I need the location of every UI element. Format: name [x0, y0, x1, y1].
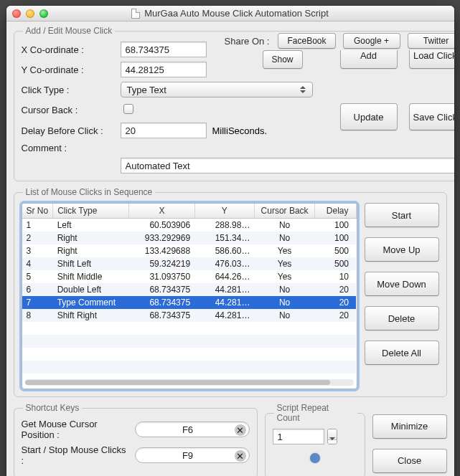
get-pos-field[interactable]: F6 ✕ — [135, 422, 250, 437]
col-x[interactable]: X — [129, 204, 194, 219]
table-row[interactable]: 5Shift Middle31.093750644.26…Yes10 — [22, 270, 357, 283]
traffic-lights — [6, 9, 48, 18]
delay-input[interactable] — [121, 123, 207, 138]
twitter-button[interactable]: Twitter — [408, 33, 454, 49]
close-button[interactable]: Close — [372, 449, 447, 473]
click-type-select[interactable]: Type Text — [121, 82, 313, 97]
clear-icon[interactable]: ✕ — [235, 450, 246, 462]
col-y[interactable]: Y — [194, 204, 254, 219]
move-down-button[interactable]: Move Down — [365, 272, 439, 296]
table-row[interactable]: 1Left60.503906288.98…No100 — [22, 219, 357, 232]
table-row[interactable] — [22, 322, 357, 335]
delete-all-button[interactable]: Delete All — [365, 341, 439, 365]
col-click-type[interactable]: Click Type — [53, 204, 129, 219]
shortcut-keys-legend: Shortcut Keys — [23, 403, 83, 413]
shortcut-keys-group: Shortcut Keys Get Mouse Cursor Position … — [14, 403, 258, 476]
repeat-count-group: Script Repeat Count — [265, 403, 365, 476]
show-button[interactable]: Show — [263, 50, 303, 69]
scroll-thumb[interactable] — [25, 380, 331, 385]
delete-button[interactable]: Delete — [365, 306, 439, 330]
table-row[interactable]: 8Shift Right68.73437544.281…No20 — [22, 309, 357, 322]
click-list-table[interactable]: Sr No Click Type X Y Cursor Back Delay 1… — [22, 203, 357, 389]
y-label: Y Co-ordinate : — [22, 65, 115, 75]
window-title: MurGaa Auto Mouse Click Automation Scrip… — [144, 8, 329, 19]
click-type-value: Type Text — [127, 85, 166, 95]
minimize-icon[interactable] — [26, 9, 34, 18]
y-input[interactable] — [121, 62, 207, 77]
share-label: Share On : — [225, 36, 270, 47]
delay-unit: MilliSeconds. — [212, 125, 268, 136]
comment-input[interactable] — [121, 158, 454, 173]
status-dot-icon — [310, 453, 320, 463]
cursor-back-checkbox[interactable] — [123, 104, 133, 114]
edit-click-legend: Add / Edit Mouse Click — [23, 26, 116, 36]
google-plus-button[interactable]: Google + — [343, 33, 400, 49]
table-row[interactable]: 3Right133.429688586.60…Yes500 — [22, 244, 357, 257]
col-delay[interactable]: Delay — [315, 204, 356, 219]
facebook-button[interactable]: FaceBook — [278, 33, 335, 49]
minimize-button[interactable]: Minimize — [372, 414, 447, 439]
table-row[interactable]: 2Right933.292969151.34…No100 — [22, 232, 357, 244]
delay-label: Delay Before Click : — [22, 125, 115, 136]
start-stop-field[interactable]: F9 ✕ — [135, 447, 250, 463]
start-stop-value: F9 — [144, 450, 232, 461]
comment-label: Comment : — [22, 143, 115, 153]
chevron-updown-icon — [298, 82, 308, 97]
x-label: X Co-ordinate : — [22, 44, 115, 55]
titlebar[interactable]: MurGaa Auto Mouse Click Automation Scrip… — [6, 6, 454, 22]
table-row[interactable]: 4Shift Left59.324219476.03…Yes500 — [22, 257, 357, 270]
stepper-arrows[interactable] — [327, 429, 337, 444]
table-header-row: Sr No Click Type X Y Cursor Back Delay — [22, 204, 357, 219]
cursor-back-label: Cursor Back : — [22, 105, 115, 115]
col-cursor-back[interactable]: Cursor Back — [254, 204, 314, 219]
table-row[interactable] — [22, 361, 357, 373]
edit-click-group: Add / Edit Mouse Click Share On : FaceBo… — [14, 26, 454, 181]
zoom-icon[interactable] — [39, 9, 48, 18]
table-row[interactable]: 7Type Comment68.73437544.281…No20 — [22, 296, 357, 309]
document-icon — [131, 9, 140, 19]
table-row[interactable] — [22, 335, 357, 348]
table-row[interactable] — [22, 348, 357, 361]
start-button[interactable]: Start — [365, 203, 439, 227]
repeat-count-input[interactable] — [273, 429, 324, 444]
clear-icon[interactable]: ✕ — [235, 424, 246, 436]
app-window: MurGaa Auto Mouse Click Automation Scrip… — [6, 6, 454, 476]
save-clicks-button[interactable]: Save Clicks — [409, 103, 454, 130]
repeat-count-legend: Script Repeat Count — [274, 403, 357, 423]
start-stop-label: Start / Stop Mouse Clicks : — [22, 444, 129, 466]
get-pos-value: F6 — [144, 424, 232, 435]
move-up-button[interactable]: Move Up — [365, 237, 439, 262]
click-type-label: Click Type : — [22, 85, 115, 95]
update-button[interactable]: Update — [340, 103, 398, 130]
x-input[interactable] — [121, 42, 207, 57]
click-list-legend: List of Mouse Clicks in Sequence — [23, 187, 156, 197]
close-icon[interactable] — [12, 9, 21, 18]
table-row[interactable]: 6Double Left68.73437544.281…No20 — [22, 283, 357, 296]
chevron-down-icon[interactable] — [328, 440, 337, 444]
click-list-group: List of Mouse Clicks in Sequence Sr No C… — [14, 187, 447, 397]
col-sr[interactable]: Sr No — [22, 204, 53, 219]
horizontal-scrollbar[interactable] — [25, 379, 354, 386]
get-pos-label: Get Mouse Cursor Position : — [22, 419, 129, 440]
